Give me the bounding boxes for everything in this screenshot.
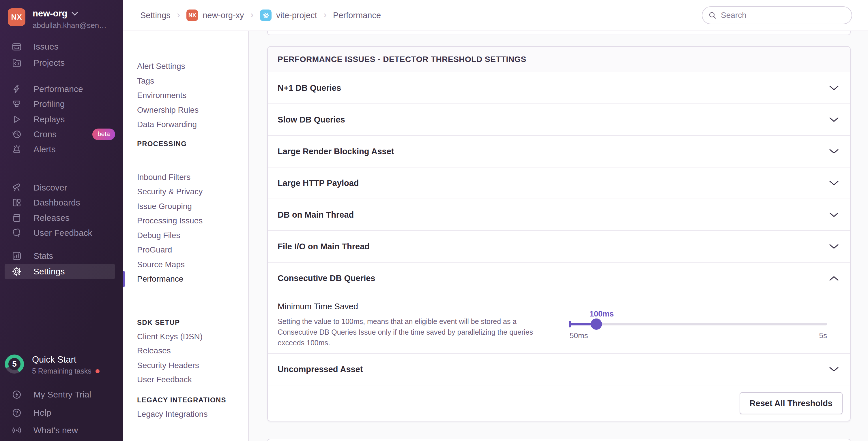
reset-all-thresholds-button[interactable]: Reset All Thresholds: [740, 392, 843, 414]
slider-track[interactable]: [569, 323, 827, 326]
sidebar-item-help[interactable]: ? Help: [5, 405, 115, 420]
sidebar-item-label: Projects: [33, 58, 65, 68]
slider-min-tick: [569, 321, 571, 328]
sidebar-item-label: Settings: [33, 267, 65, 276]
search-input[interactable]: Search: [702, 6, 852, 24]
sidebar-item-issues[interactable]: Issues: [5, 39, 115, 55]
nav-section-processing: PROCESSING: [123, 139, 248, 149]
alerts-icon: [11, 144, 22, 155]
accordion-row-n-plus-one-db-queries[interactable]: N+1 DB Queries: [268, 72, 850, 104]
sidebar-item-profiling[interactable]: Profiling: [5, 96, 115, 112]
quick-start-subtitle: 5 Remaining tasks: [32, 367, 91, 375]
search-placeholder: Search: [721, 11, 746, 20]
sidebar-item-replays[interactable]: Replays: [5, 111, 115, 127]
sidebar-item-label: Discover: [33, 183, 67, 193]
breadcrumb-org[interactable]: NX new-org-xy: [186, 9, 244, 21]
accordion-label: Consecutive DB Queries: [278, 274, 375, 283]
accordion-row-db-on-main-thread[interactable]: DB on Main Thread: [268, 199, 850, 231]
nav-source-maps[interactable]: Source Maps: [123, 258, 248, 272]
svg-text:?: ?: [15, 410, 19, 416]
nav-data-forwarding[interactable]: Data Forwarding: [123, 117, 248, 132]
nav-alert-settings[interactable]: Alert Settings: [123, 59, 248, 73]
issues-icon: [11, 41, 22, 52]
sentry-performance-settings-page: NX new-org abdullah.khan@sen… Issues Pro…: [0, 0, 868, 441]
main-content: PERFORMANCE ISSUES - DETECTOR THRESHOLD …: [249, 31, 868, 441]
nav-legacy-integrations[interactable]: Legacy Integrations: [123, 407, 248, 421]
nav-user-feedback[interactable]: User Feedback: [123, 372, 248, 387]
accordion-row-slow-db-queries[interactable]: Slow DB Queries: [268, 104, 850, 136]
projects-icon: [11, 58, 22, 68]
sidebar-item-label: User Feedback: [33, 228, 92, 238]
sidebar-item-whats-new[interactable]: What's new: [5, 422, 115, 438]
slider-max-label: 5s: [819, 331, 827, 340]
notification-dot: [95, 369, 99, 373]
sidebar-item-label: Profiling: [33, 99, 65, 109]
accordion-label: Uncompressed Asset: [278, 365, 363, 374]
quick-start-title: Quick Start: [32, 354, 99, 365]
nav-security-headers[interactable]: Security Headers: [123, 358, 248, 373]
sidebar-item-my-sentry-trial[interactable]: My Sentry Trial: [5, 387, 115, 402]
nav-inbound-filters[interactable]: Inbound Filters: [123, 170, 248, 184]
sidebar-item-label: Issues: [33, 42, 59, 52]
org-switcher[interactable]: NX new-org abdullah.khan@sen…: [8, 8, 106, 30]
minimum-time-saved-slider-thumb[interactable]: [591, 318, 602, 330]
sidebar-item-label: Dashboards: [33, 198, 80, 207]
profiling-icon: [11, 99, 22, 109]
minimum-time-saved-slider[interactable]: 100ms 50ms 5s: [569, 294, 827, 354]
sidebar-item-label: Stats: [33, 251, 53, 261]
nav-tags[interactable]: Tags: [123, 74, 248, 88]
accordion-label: File I/O on Main Thread: [278, 242, 370, 251]
accordion-label: Slow DB Queries: [278, 115, 345, 125]
quick-start-panel[interactable]: 5 Quick Start 5 Remaining tasks: [5, 354, 99, 375]
breadcrumb-separator: ›: [177, 14, 180, 16]
nav-releases[interactable]: Releases: [123, 344, 248, 358]
chevron-up-icon: [829, 276, 839, 281]
accordion-row-consecutive-db-queries[interactable]: Consecutive DB Queries: [268, 263, 850, 294]
replays-icon: [11, 114, 22, 125]
beta-badge: beta: [92, 129, 115, 140]
accordion-label: Large Render Blocking Asset: [278, 147, 394, 156]
nav-environments[interactable]: Environments: [123, 88, 248, 103]
quick-start-count: 5: [8, 358, 21, 370]
chevron-down-icon: [829, 244, 839, 249]
accordion-row-uncompressed-asset[interactable]: Uncompressed Asset: [268, 354, 850, 385]
chevron-down-icon: [829, 86, 839, 91]
nav-security-privacy[interactable]: Security & Privacy: [123, 184, 248, 199]
org-chip-icon: NX: [186, 9, 198, 21]
sidebar-item-label: Alerts: [33, 144, 56, 154]
sidebar-item-projects[interactable]: Projects: [5, 55, 115, 71]
sidebar-item-performance[interactable]: Performance: [5, 81, 115, 97]
breadcrumb-project[interactable]: vite-project: [260, 9, 317, 21]
accordion-label: DB on Main Thread: [278, 210, 354, 219]
search-icon: [708, 11, 717, 20]
trial-lightning-icon: [11, 389, 22, 400]
sidebar-item-stats[interactable]: Stats: [5, 248, 115, 264]
nav-ownership-rules[interactable]: Ownership Rules: [123, 103, 248, 117]
gear-icon: [11, 266, 22, 277]
slider-value-label: 100ms: [573, 310, 630, 318]
breadcrumb-settings[interactable]: Settings: [140, 11, 170, 20]
nav-client-keys[interactable]: Client Keys (DSN): [123, 330, 248, 344]
accordion-row-large-render-blocking-asset[interactable]: Large Render Blocking Asset: [268, 136, 850, 167]
sidebar-item-crons[interactable]: Crons beta: [5, 127, 115, 142]
dashboards-icon: [11, 198, 22, 208]
react-project-icon: [260, 9, 272, 21]
sidebar-item-discover[interactable]: Discover: [5, 180, 115, 196]
org-name: new-org: [33, 8, 67, 19]
nav-processing-issues[interactable]: Processing Issues: [123, 213, 248, 228]
threshold-setting-description: Setting the value to 100ms, means that a…: [278, 316, 552, 348]
breadcrumb-separator: ›: [323, 14, 327, 16]
accordion-row-file-io-on-main-thread[interactable]: File I/O on Main Thread: [268, 231, 850, 263]
sidebar-item-settings[interactable]: Settings: [5, 264, 115, 279]
nav-proguard[interactable]: ProGuard: [123, 243, 248, 257]
accordion-row-large-http-payload[interactable]: Large HTTP Payload: [268, 167, 850, 199]
consecutive-db-queries-settings: Minimum Time Saved Setting the value to …: [268, 294, 850, 354]
sidebar-item-alerts[interactable]: Alerts: [5, 141, 115, 157]
sidebar-item-user-feedback[interactable]: User Feedback: [5, 225, 115, 241]
sidebar-item-releases[interactable]: Releases: [5, 210, 115, 226]
nav-performance[interactable]: Performance: [123, 272, 248, 286]
breadcrumb-page[interactable]: Performance: [333, 11, 381, 20]
sidebar-item-dashboards[interactable]: Dashboards: [5, 195, 115, 210]
nav-debug-files[interactable]: Debug Files: [123, 228, 248, 243]
nav-issue-grouping[interactable]: Issue Grouping: [123, 199, 248, 213]
